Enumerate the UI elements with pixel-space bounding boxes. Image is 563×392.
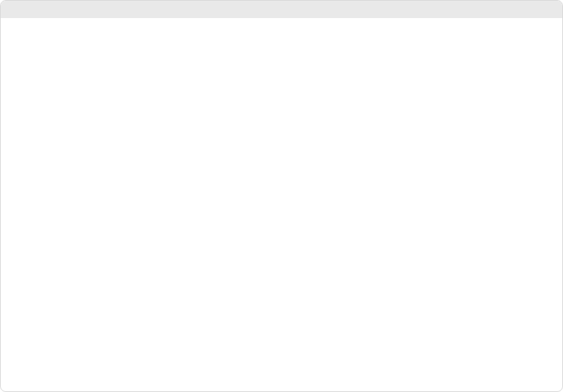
toolbar-section (1, 51, 562, 134)
plus-icon (499, 112, 515, 128)
new-product-button[interactable] (499, 112, 523, 128)
tabs-row (40, 112, 523, 134)
title-row (40, 73, 523, 95)
window-chrome (1, 1, 562, 18)
product-card-list (1, 134, 562, 391)
app-window (0, 0, 563, 392)
app-header (1, 18, 562, 51)
